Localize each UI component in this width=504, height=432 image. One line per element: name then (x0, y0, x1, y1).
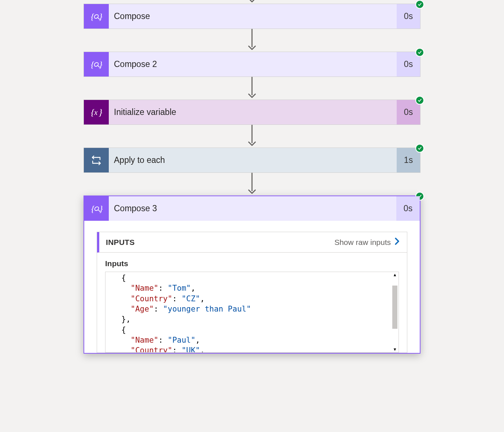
show-raw-inputs-link[interactable]: Show raw inputs (334, 237, 400, 247)
step-title: Compose 3 (109, 196, 396, 221)
scrollbar[interactable]: ▲▼ (391, 272, 399, 352)
step-compose-3[interactable]: { } Compose 3 0s INPUTS Show raw inputs (84, 195, 420, 354)
step-duration: 0s (396, 196, 420, 221)
step-title: Initialize variable (109, 100, 397, 124)
svg-text:{: { (91, 12, 94, 21)
scroll-down-icon[interactable]: ▼ (394, 347, 396, 352)
scroll-thumb[interactable] (392, 286, 397, 329)
svg-text:}: } (99, 107, 103, 118)
svg-text:}: } (99, 12, 103, 21)
variable-icon: {x} (84, 100, 109, 124)
flow-arrow-top (247, 0, 257, 4)
step-compose-2[interactable]: {}Compose 20s (84, 52, 420, 77)
compose-icon: {} (84, 52, 109, 77)
step-apply-to-each[interactable]: Apply to each1s (84, 148, 420, 173)
flow-arrow (247, 173, 257, 195)
step-title: Apply to each (109, 148, 397, 172)
scroll-up-icon[interactable]: ▲ (394, 272, 396, 278)
svg-text:x: x (94, 108, 98, 117)
step-header[interactable]: { } Compose 3 0s (84, 196, 420, 221)
svg-text:}: } (99, 60, 103, 69)
svg-text:{: { (91, 60, 94, 69)
success-icon (415, 144, 424, 153)
step-title: Compose (109, 4, 397, 29)
success-icon (415, 0, 424, 9)
compose-icon: {} (84, 4, 109, 29)
svg-text:{: { (91, 204, 95, 213)
success-icon (415, 48, 424, 57)
step-compose[interactable]: {}Compose0s (84, 4, 420, 29)
inputs-panel: INPUTS Show raw inputs Inputs { "Name": … (97, 232, 407, 353)
flow-arrow (247, 29, 257, 52)
step-initialize-variable[interactable]: {x}Initialize variable0s (84, 100, 420, 125)
chevron-right-icon (394, 237, 400, 247)
svg-text:}: } (99, 204, 103, 213)
flow-arrow (247, 125, 257, 148)
step-title: Compose 2 (109, 52, 397, 77)
loop-icon (84, 148, 109, 172)
inputs-json[interactable]: { "Name": "Tom", "Country": "CZ", "Age":… (105, 272, 399, 353)
inputs-header: INPUTS (99, 238, 135, 247)
compose-icon: { } (84, 196, 109, 221)
inputs-label: Inputs (105, 259, 399, 268)
flow-arrow (247, 77, 257, 100)
success-icon (415, 96, 424, 105)
